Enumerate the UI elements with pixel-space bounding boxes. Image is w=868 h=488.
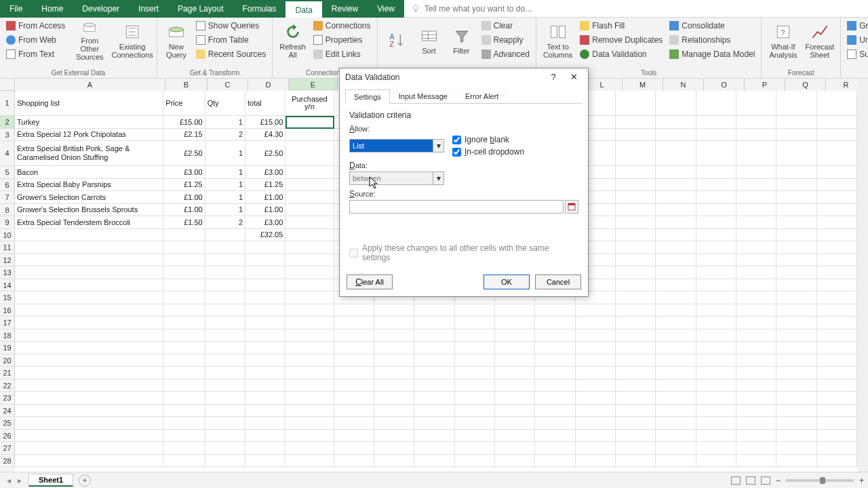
cell[interactable] (535, 430, 575, 443)
cell[interactable] (15, 455, 163, 468)
from-other-sources-button[interactable]: From Other Sources (70, 19, 109, 62)
cell[interactable] (163, 430, 205, 443)
cell[interactable] (817, 241, 857, 254)
cell[interactable] (205, 367, 245, 380)
row-header[interactable]: 11 (0, 241, 15, 254)
cell[interactable]: 1 (205, 116, 245, 129)
cell[interactable] (616, 141, 656, 166)
cell[interactable] (616, 329, 656, 342)
cell[interactable] (15, 392, 163, 405)
cell[interactable] (455, 455, 495, 468)
cell[interactable] (736, 417, 776, 430)
cell[interactable] (414, 329, 454, 342)
cell[interactable] (535, 342, 575, 354)
row-header[interactable]: 18 (0, 329, 15, 342)
cell[interactable]: £1.00 (163, 204, 205, 217)
column-header[interactable]: B (165, 79, 208, 91)
cell[interactable] (817, 254, 857, 267)
cell[interactable]: Shopping list (15, 91, 163, 116)
flash-fill-button[interactable]: Flash Fill (578, 19, 665, 33)
cell[interactable]: £3.00 (245, 216, 285, 229)
cell[interactable] (736, 455, 776, 468)
cell[interactable]: £3.00 (163, 166, 205, 179)
cell[interactable] (334, 317, 374, 329)
row-header[interactable]: 12 (0, 254, 15, 267)
column-header[interactable]: N (663, 79, 704, 91)
cell[interactable] (163, 291, 205, 304)
cell[interactable] (817, 204, 857, 217)
cell[interactable] (656, 129, 696, 142)
cell[interactable] (163, 279, 205, 292)
cell[interactable] (817, 442, 857, 455)
cell[interactable] (656, 229, 696, 242)
cell[interactable] (736, 317, 776, 329)
tab-file[interactable]: File (0, 0, 32, 18)
cell[interactable] (245, 254, 285, 267)
cell[interactable] (576, 455, 616, 468)
cell[interactable] (817, 304, 857, 317)
cell[interactable] (334, 417, 374, 430)
cell[interactable] (656, 329, 696, 342)
cell[interactable] (535, 455, 575, 468)
cell[interactable] (285, 216, 334, 229)
cell[interactable] (455, 317, 495, 329)
cell[interactable] (776, 191, 816, 204)
cell[interactable] (455, 430, 495, 443)
cell[interactable] (696, 279, 736, 292)
cell[interactable] (776, 229, 816, 242)
manage-data-model-button[interactable]: Manage Data Model (667, 47, 757, 61)
cell[interactable] (696, 216, 736, 229)
row-header[interactable]: 9 (0, 216, 15, 229)
cell[interactable]: £15.00 (163, 116, 205, 129)
cell[interactable] (15, 342, 163, 354)
cell[interactable] (817, 380, 857, 392)
cell[interactable] (163, 367, 205, 380)
cell[interactable]: 2 (205, 129, 245, 142)
cell[interactable] (334, 367, 374, 380)
cell[interactable] (616, 266, 656, 279)
cell[interactable] (696, 329, 736, 342)
cell[interactable] (576, 304, 616, 317)
row-header[interactable]: 8 (0, 204, 15, 217)
cancel-button[interactable]: Cancel (535, 274, 581, 289)
cell[interactable] (495, 304, 535, 317)
cell[interactable] (285, 430, 334, 443)
cell[interactable] (414, 442, 454, 455)
filter-button[interactable]: Filter (447, 19, 477, 62)
cell[interactable] (736, 91, 776, 116)
cell[interactable] (696, 116, 736, 129)
cell[interactable] (817, 317, 857, 329)
cell[interactable]: £4.30 (245, 129, 285, 142)
cell[interactable] (776, 91, 816, 116)
cell[interactable] (776, 279, 816, 292)
cell[interactable] (285, 304, 334, 317)
add-sheet-button[interactable]: + (79, 474, 91, 487)
cell[interactable] (656, 417, 696, 430)
refresh-all-button[interactable]: Refresh All (277, 19, 309, 62)
cell[interactable] (285, 116, 334, 129)
cell[interactable] (656, 141, 696, 166)
row-header[interactable]: 13 (0, 266, 15, 279)
cell[interactable] (576, 405, 616, 418)
cell[interactable] (817, 291, 857, 304)
cell[interactable] (656, 455, 696, 468)
cell[interactable] (495, 442, 535, 455)
cell[interactable] (776, 417, 816, 430)
column-header[interactable]: P (745, 79, 785, 91)
cell[interactable] (616, 116, 656, 129)
cell[interactable]: £1.25 (245, 179, 285, 192)
cell[interactable] (656, 166, 696, 179)
cell[interactable] (205, 455, 245, 468)
column-header[interactable]: E (289, 79, 338, 91)
row-header[interactable]: 21 (0, 367, 15, 380)
cell[interactable] (817, 430, 857, 443)
row-header[interactable]: 22 (0, 380, 15, 392)
cell[interactable]: £3.00 (245, 166, 285, 179)
cell[interactable] (616, 405, 656, 418)
cell[interactable] (374, 367, 414, 380)
cell[interactable]: £15.00 (245, 116, 285, 129)
cell[interactable] (535, 442, 575, 455)
cell[interactable] (616, 254, 656, 267)
cell[interactable] (696, 179, 736, 192)
consolidate-button[interactable]: Consolidate (667, 19, 757, 33)
